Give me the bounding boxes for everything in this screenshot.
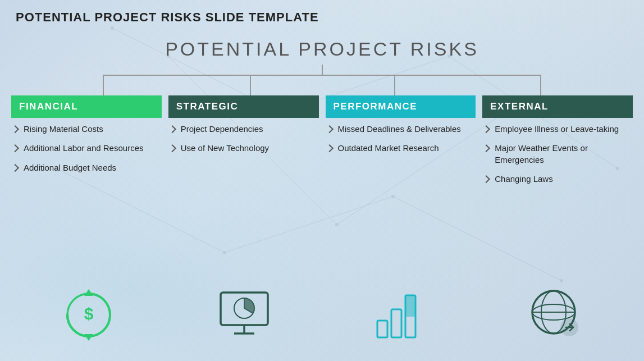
- performance-items: Missed Deadlines & Deliverables Outdated…: [326, 124, 476, 193]
- item-text: Rising Material Costs: [24, 124, 103, 135]
- list-item: Rising Material Costs: [13, 124, 159, 135]
- columns-container: FINANCIAL Rising Material Costs Addition…: [11, 95, 633, 193]
- external-header: EXTERNAL: [482, 95, 633, 118]
- svg-point-8: [111, 26, 114, 30]
- bullet-icon: [11, 125, 19, 133]
- svg-point-13: [223, 251, 226, 254]
- svg-rect-29: [377, 321, 387, 337]
- list-item: Changing Laws: [485, 173, 631, 185]
- list-item: Additional Labor and Resources: [13, 143, 159, 154]
- bullet-icon: [11, 164, 19, 172]
- icons-area: $: [11, 285, 633, 344]
- financial-icon-cell: $: [11, 285, 167, 344]
- svg-text:$: $: [84, 304, 94, 323]
- svg-line-5: [393, 197, 561, 281]
- performance-column: PERFORMANCE Missed Deadlines & Deliverab…: [326, 95, 476, 193]
- monitor-chart-icon: [216, 290, 272, 340]
- performance-header: PERFORMANCE: [326, 95, 476, 118]
- list-item: Outdated Market Research: [328, 143, 474, 154]
- list-item: Use of New Technology: [171, 143, 317, 154]
- svg-point-14: [391, 195, 395, 198]
- connector-branch-1: [103, 75, 104, 98]
- list-item: Missed Deadlines & Deliverables: [328, 124, 474, 135]
- bullet-icon: [482, 125, 490, 133]
- connector-area: [34, 65, 610, 98]
- connector-v-top: [322, 65, 323, 76]
- strategic-icon-cell: [167, 285, 322, 344]
- list-item: Major Weather Events or Emergencies: [485, 143, 631, 166]
- list-item: Additional Budget Needs: [13, 162, 159, 173]
- bullet-icon: [168, 144, 176, 152]
- svg-point-17: [335, 223, 339, 226]
- svg-rect-30: [391, 309, 401, 337]
- svg-rect-32: [405, 295, 415, 317]
- bullet-icon: [168, 125, 176, 133]
- bullet-icon: [482, 175, 490, 183]
- item-text: Outdated Market Research: [338, 143, 439, 154]
- svg-rect-23: [221, 293, 268, 325]
- strategic-items: Project Dependencies Use of New Technolo…: [168, 124, 319, 193]
- main-heading: POTENTIAL PROJECT RISKS: [0, 38, 644, 60]
- bullet-icon: [325, 144, 333, 152]
- strategic-column: STRATEGIC Project Dependencies Use of Ne…: [168, 95, 319, 193]
- page-title: POTENTIAL PROJECT RISKS SLIDE TEMPLATE: [16, 10, 319, 25]
- item-text: Project Dependencies: [181, 124, 263, 135]
- item-text: Changing Laws: [495, 173, 552, 185]
- financial-items: Rising Material Costs Additional Labor a…: [11, 124, 162, 193]
- list-item: Employee Illness or Leave-taking: [485, 124, 631, 135]
- financial-header: FINANCIAL: [11, 95, 162, 118]
- item-text: Major Weather Events or Emergencies: [495, 143, 631, 166]
- external-column: EXTERNAL Employee Illness or Leave-takin…: [482, 95, 633, 193]
- svg-point-15: [560, 279, 563, 282]
- dollar-refresh-icon: $: [61, 287, 117, 343]
- external-icon-cell: [477, 285, 633, 344]
- performance-icon-cell: [322, 285, 478, 344]
- connector-branch-2: [250, 75, 251, 98]
- svg-marker-20: [84, 289, 93, 296]
- globe-icon: [526, 285, 584, 344]
- connector-branch-4: [540, 75, 541, 98]
- list-item: Project Dependencies: [171, 124, 317, 135]
- connector-branch-3: [394, 75, 395, 98]
- bullet-icon: [11, 144, 19, 152]
- item-text: Additional Labor and Resources: [24, 143, 143, 154]
- bullet-icon: [482, 144, 490, 152]
- financial-column: FINANCIAL Rising Material Costs Addition…: [11, 95, 162, 193]
- strategic-header: STRATEGIC: [168, 95, 319, 118]
- svg-line-4: [225, 197, 393, 253]
- bar-chart-icon: [374, 290, 425, 340]
- item-text: Use of New Technology: [181, 143, 269, 154]
- item-text: Employee Illness or Leave-taking: [495, 124, 619, 135]
- external-items: Employee Illness or Leave-taking Major W…: [482, 124, 633, 193]
- bullet-icon: [325, 125, 333, 133]
- item-text: Additional Budget Needs: [24, 162, 116, 173]
- connector-h: [103, 75, 541, 76]
- item-text: Missed Deadlines & Deliverables: [338, 124, 461, 135]
- svg-marker-21: [84, 334, 93, 341]
